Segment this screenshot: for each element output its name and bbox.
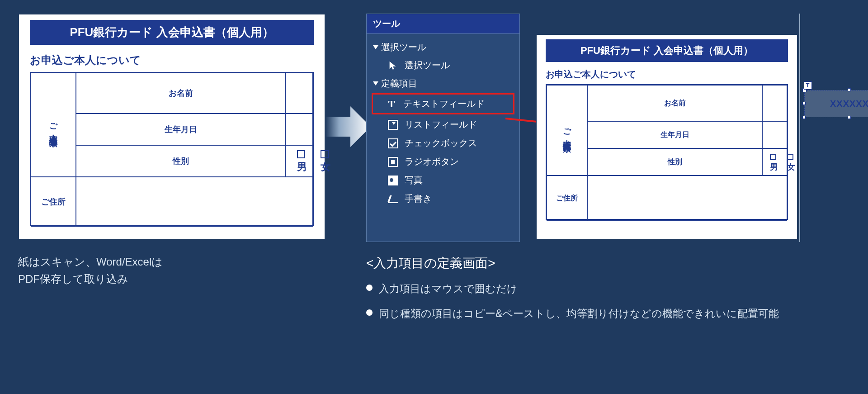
form-table: お名前 ご本人確認書類 生年月日 性別 男 女 ご住所 <box>30 72 314 226</box>
gender-female: 女 <box>787 152 796 172</box>
label-address: ご住所 <box>547 176 587 221</box>
caption-right-list: 入力項目はマウスで囲むだけ 同じ種類の項目はコピー&ペーストし、均等割り付けなど… <box>366 280 818 330</box>
tool-item-photo[interactable]: 写真 <box>373 171 513 190</box>
label-dob: 生年月日 <box>587 121 762 148</box>
tools-panel: ツール 選択ツール 選択ツール 定義項目 T テキストフィールド リストフィール… <box>366 14 520 242</box>
cursor-icon <box>387 60 398 71</box>
checkbox-icon <box>770 154 776 160</box>
gender-male: 男 <box>297 148 308 174</box>
radio-icon <box>387 157 398 167</box>
tool-group-defs[interactable]: 定義項目 <box>373 75 513 92</box>
tool-item-radio[interactable]: ラジオボタン <box>373 152 513 171</box>
tools-header: ツール <box>367 14 519 34</box>
form-table-editor: お名前 T XXXXXX ご本人確認書類 生年月日 性別 男 女 ご住所 <box>546 84 788 220</box>
disclosure-triangle-icon <box>373 81 378 85</box>
checkbox-icon <box>297 150 305 158</box>
tool-item-textfield[interactable]: T テキストフィールド <box>372 93 514 114</box>
form-subhead: お申込ご本人について <box>30 53 314 67</box>
checkbox-icon <box>321 150 329 158</box>
tool-item-handwrite[interactable]: 手書き <box>373 190 513 208</box>
bullet-icon <box>366 285 373 291</box>
tool-item-checkbox[interactable]: チェックボックス <box>373 134 513 152</box>
gender-male: 男 <box>770 152 779 172</box>
form-title: PFU銀行カード 入会申込書（個人用） <box>546 39 788 62</box>
photo-icon <box>387 175 398 186</box>
textfield-overlay[interactable]: T XXXXXX <box>804 90 868 117</box>
field-gender: 男 女 <box>286 145 313 177</box>
label-docs: ご本人確認書類 <box>547 85 587 176</box>
list-icon <box>387 119 398 130</box>
label-address: ご住所 <box>31 177 76 227</box>
label-name: お名前 <box>76 73 286 114</box>
label-dob: 生年月日 <box>76 114 286 145</box>
field-name-editor[interactable]: T XXXXXX <box>762 85 787 121</box>
bullet-item: 入力項目はマウスで囲むだけ <box>366 280 818 297</box>
form-subhead: お申込ご本人について <box>546 68 788 81</box>
handwrite-icon <box>387 194 398 204</box>
text-icon: T <box>386 99 397 109</box>
checkbox-icon <box>787 154 793 160</box>
svg-marker-0 <box>326 106 371 147</box>
disclosure-triangle-icon <box>373 45 378 49</box>
field-dob <box>762 121 787 148</box>
label-gender: 性別 <box>587 148 762 176</box>
editor-form-card: PFU銀行カード 入会申込書（個人用） お申込ご本人について お名前 T XXX… <box>536 34 798 240</box>
caption-right-heading: <入力項目の定義画面> <box>366 253 495 274</box>
tool-item-listfield[interactable]: リストフィールド <box>373 115 513 134</box>
field-gender: 男 女 <box>762 148 787 176</box>
form-title: PFU銀行カード 入会申込書（個人用） <box>30 20 314 45</box>
field-address <box>76 177 313 227</box>
label-gender: 性別 <box>76 145 286 177</box>
field-address <box>587 176 787 221</box>
tool-item-select[interactable]: 選択ツール <box>373 56 513 75</box>
field-name <box>286 73 313 114</box>
checkbox-icon <box>387 138 398 149</box>
source-form-card: PFU銀行カード 入会申込書（個人用） お申込ご本人について お名前 ご本人確認… <box>18 14 326 240</box>
bullet-icon <box>366 309 373 316</box>
bullet-item: 同じ種類の項目はコピー&ペーストし、均等割り付けなどの機能できれいに配置可能 <box>366 305 818 322</box>
gender-female: 女 <box>321 148 331 174</box>
label-docs: ご本人確認書類 <box>31 73 76 177</box>
textfield-tag-icon: T <box>804 81 812 90</box>
tool-group-select[interactable]: 選択ツール <box>373 38 513 56</box>
label-name: お名前 <box>587 85 762 121</box>
flow-arrow-icon <box>326 104 371 149</box>
caption-left: 紙はスキャン、Word/Excelは PDF保存して取り込み <box>18 253 244 288</box>
field-dob <box>286 114 313 145</box>
